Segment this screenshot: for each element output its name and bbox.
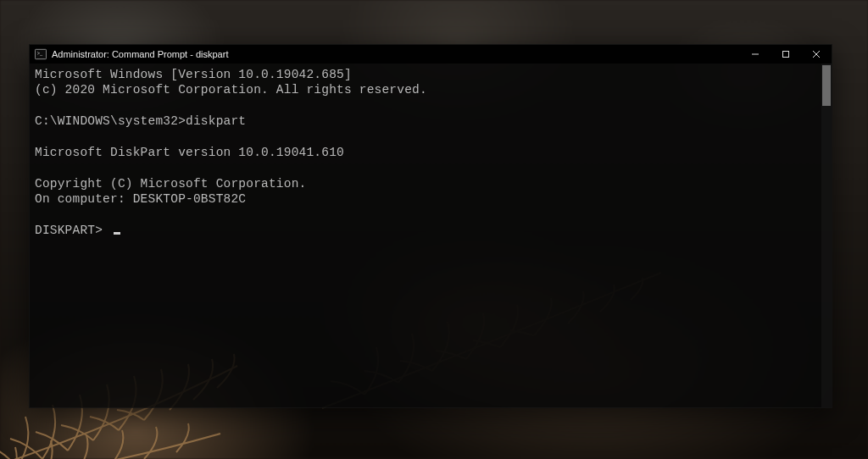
- terminal-line: On computer: DESKTOP-0BST82C: [35, 192, 246, 206]
- terminal-line: Microsoft DiskPart version 10.0.19041.61…: [35, 146, 344, 159]
- scrollbar-thumb[interactable]: [822, 65, 831, 106]
- svg-rect-3: [783, 52, 789, 58]
- command-prompt-window[interactable]: >_ Administrator: Command Prompt - diskp…: [29, 44, 832, 408]
- cmd-icon: >_: [35, 48, 47, 60]
- terminal-cursor: [114, 232, 120, 235]
- maximize-icon: [782, 50, 790, 58]
- window-titlebar[interactable]: >_ Administrator: Command Prompt - diskp…: [30, 45, 832, 64]
- window-title: Administrator: Command Prompt - diskpart: [52, 49, 740, 59]
- close-button[interactable]: [801, 45, 832, 64]
- terminal-body[interactable]: Microsoft Windows [Version 10.0.19042.68…: [30, 64, 832, 407]
- vertical-scrollbar[interactable]: [821, 64, 832, 407]
- maximize-button[interactable]: [771, 45, 801, 64]
- terminal-line: (c) 2020 Microsoft Corporation. All righ…: [35, 83, 427, 97]
- terminal-line: Microsoft Windows [Version 10.0.19042.68…: [35, 68, 352, 81]
- minimize-button[interactable]: [740, 45, 771, 64]
- window-controls: [740, 45, 832, 64]
- terminal-line: C:\WINDOWS\system32>diskpart: [35, 114, 246, 128]
- svg-text:>_: >_: [37, 51, 43, 56]
- terminal-line: Copyright (C) Microsoft Corporation.: [35, 177, 306, 191]
- close-icon: [812, 50, 821, 58]
- minimize-icon: [751, 50, 760, 58]
- terminal-output: Microsoft Windows [Version 10.0.19042.68…: [35, 67, 820, 238]
- terminal-line: DISKPART>: [35, 224, 110, 237]
